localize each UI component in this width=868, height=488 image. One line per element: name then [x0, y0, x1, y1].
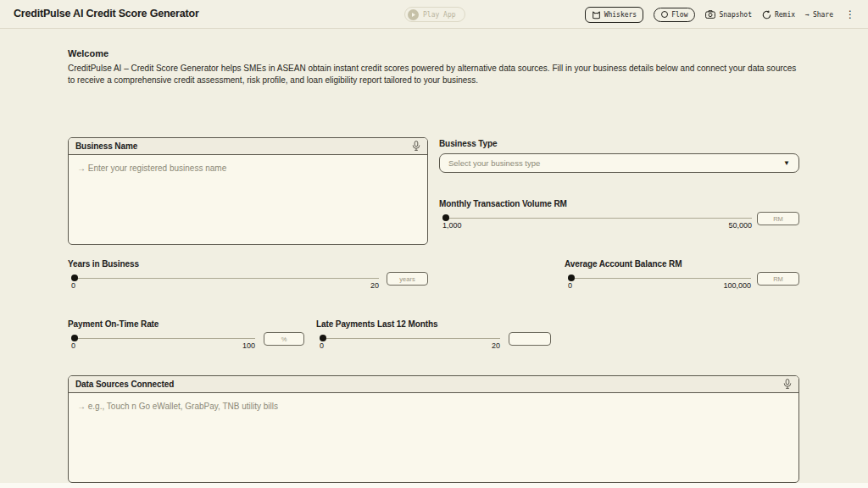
- late-payments-slider-track[interactable]: [320, 338, 500, 339]
- kebab-menu-button[interactable]: ⋮: [843, 9, 857, 19]
- monthly-volume-slider-track[interactable]: [442, 218, 752, 219]
- on-time-rate-slider-handle[interactable]: [71, 335, 78, 341]
- data-sources-label: Data Sources Connected: [75, 380, 174, 389]
- business-name-input[interactable]: → Enter your registered business name: [69, 155, 427, 181]
- late-payments-min: 0: [320, 341, 324, 350]
- on-time-rate-max: 100: [242, 341, 255, 350]
- welcome-text: CreditPulse AI – Credit Score Generator …: [68, 63, 804, 86]
- monthly-volume-min: 1,000: [442, 221, 462, 230]
- top-bar: CreditPulse AI Credit Score Generator Pl…: [0, 0, 868, 29]
- whiskers-button[interactable]: Whiskers: [585, 7, 644, 23]
- years-in-business-slider-track[interactable]: [71, 278, 379, 279]
- flow-ring-icon: [661, 11, 668, 18]
- late-payments-unit-field[interactable]: [509, 332, 551, 346]
- avg-balance-unit-field[interactable]: RM: [757, 272, 799, 286]
- share-button[interactable]: → Share: [805, 11, 833, 19]
- monthly-volume-slider-handle[interactable]: [442, 214, 449, 221]
- header-actions: Whiskers Flow Snapshot Remix → Sh: [585, 7, 857, 22]
- monthly-volume-label: Monthly Transaction Volume RM: [439, 199, 567, 208]
- monthly-volume-unit-field[interactable]: RM: [757, 212, 799, 225]
- monthly-volume-max: 50,000: [728, 221, 752, 230]
- snapshot-label: Snapshot: [719, 11, 752, 19]
- late-payments-label: Late Payments Last 12 Months: [316, 319, 437, 329]
- app-title: CreditPulse AI Credit Score Generator: [14, 8, 199, 19]
- app-window: CreditPulse AI Credit Score Generator Pl…: [0, 0, 868, 488]
- business-type-placeholder: Select your business type: [448, 158, 540, 168]
- avg-balance-max: 100,000: [723, 281, 751, 290]
- business-name-label: Business Name: [75, 141, 137, 151]
- share-arrow-icon: →: [805, 11, 810, 19]
- business-name-header: Business Name: [69, 138, 427, 155]
- business-name-panel: Business Name → Enter your registered bu…: [68, 137, 428, 245]
- remix-button[interactable]: Remix: [762, 10, 795, 19]
- data-sources-header: Data Sources Connected: [69, 376, 798, 393]
- late-payments-max: 20: [492, 341, 500, 350]
- years-in-business-unit-field[interactable]: years: [387, 272, 428, 286]
- microphone-icon[interactable]: [412, 141, 420, 152]
- whiskers-label: Whiskers: [604, 11, 637, 19]
- on-time-rate-slider-track[interactable]: [71, 338, 255, 339]
- circular-arrow-icon: [762, 10, 771, 19]
- avg-balance-label: Average Account Balance RM: [565, 259, 682, 269]
- on-time-rate-ticks: 0 100: [71, 341, 255, 350]
- camera-icon: [705, 10, 715, 19]
- years-in-business-slider-handle[interactable]: [71, 274, 78, 281]
- avg-balance-slider-track[interactable]: [568, 278, 751, 279]
- welcome-heading: Welcome: [68, 48, 108, 58]
- flow-button[interactable]: Flow: [654, 8, 695, 22]
- chevron-down-icon: ▼: [783, 159, 790, 167]
- snapshot-button[interactable]: Snapshot: [705, 10, 752, 19]
- late-payments-slider-handle[interactable]: [320, 335, 326, 341]
- flow-label: Flow: [671, 11, 687, 19]
- remix-label: Remix: [775, 11, 795, 19]
- avg-balance-slider-handle[interactable]: [568, 274, 575, 281]
- years-in-business-ticks: 0 20: [71, 281, 379, 290]
- business-type-select[interactable]: Select your business type ▼: [439, 153, 799, 173]
- page-bottom-strip: [0, 483, 868, 488]
- cat-icon: [592, 10, 601, 19]
- monthly-volume-ticks: 1,000 50,000: [442, 221, 752, 230]
- late-payments-ticks: 0 20: [320, 341, 500, 350]
- years-in-business-max: 20: [370, 281, 379, 290]
- microphone-icon[interactable]: [783, 379, 792, 390]
- play-app-button[interactable]: Play App: [404, 7, 465, 22]
- on-time-rate-label: Payment On-Time Rate: [68, 319, 159, 329]
- on-time-rate-min: 0: [71, 341, 75, 350]
- play-icon: [408, 9, 419, 20]
- on-time-rate-unit-field[interactable]: %: [264, 332, 304, 346]
- years-in-business-min: 0: [71, 281, 75, 290]
- years-in-business-label: Years in Business: [68, 259, 139, 269]
- avg-balance-ticks: 0 100,000: [568, 281, 751, 290]
- business-type-label: Business Type: [439, 139, 498, 148]
- play-app-label: Play App: [423, 11, 456, 19]
- data-sources-input[interactable]: → e.g., Touch n Go eWallet, GrabPay, TNB…: [69, 393, 798, 419]
- share-label: Share: [813, 11, 833, 19]
- avg-balance-min: 0: [568, 281, 572, 290]
- data-sources-panel: Data Sources Connected → e.g., Touch n G…: [68, 375, 799, 483]
